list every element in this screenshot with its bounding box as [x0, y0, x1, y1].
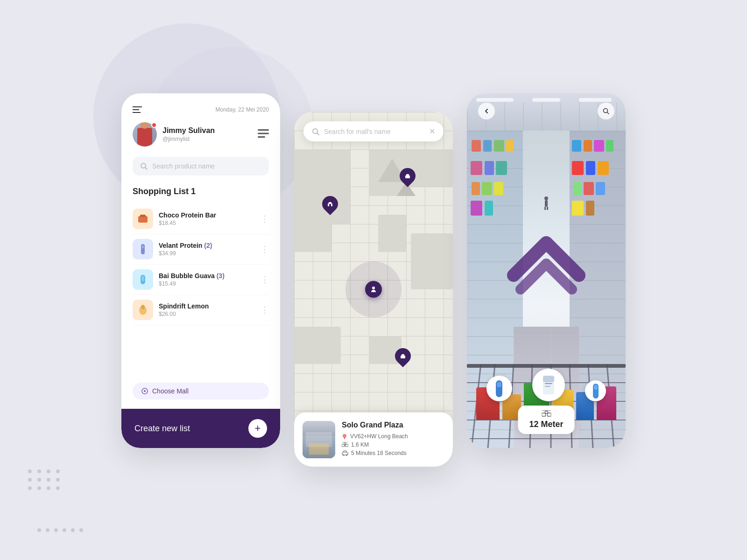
item-price-4: $26.00	[159, 311, 255, 317]
item-name-1: Choco Protein Bar	[159, 211, 255, 219]
shopping-list-title: Shopping List 1	[133, 187, 269, 196]
map-pin-1[interactable]	[322, 196, 338, 212]
date-display: Monday, 22 Mei 2020	[215, 106, 269, 113]
ar-back-button[interactable]	[478, 103, 495, 119]
product-bubble-center	[532, 369, 565, 401]
user-text: Jimmy Sulivan @jimmylist	[162, 126, 215, 142]
choose-mall-button[interactable]: Choose Mall	[133, 383, 269, 399]
back-arrow-icon	[484, 108, 489, 114]
hamburger-menu-icon[interactable]	[133, 106, 142, 113]
search-bar[interactable]: Search product name	[133, 157, 269, 175]
choose-mall-label: Choose Mall	[152, 387, 189, 395]
item-details-4: Spindrift Lemon $26.00	[159, 302, 255, 317]
car-icon	[342, 450, 348, 456]
svg-point-12	[141, 305, 145, 309]
map-search-placeholder: Search for mall's name	[324, 128, 424, 135]
cart-distance-icon	[542, 410, 551, 418]
svg-rect-53	[497, 382, 501, 387]
svg-rect-8	[142, 245, 144, 248]
person-silhouette	[543, 196, 549, 212]
clear-search-icon[interactable]: ✕	[429, 127, 435, 136]
svg-rect-18	[329, 202, 331, 204]
distance-icon	[342, 442, 348, 448]
svg-rect-30	[344, 443, 346, 445]
user-handle: @jimmylist	[162, 136, 215, 142]
expand-icon[interactable]	[258, 129, 269, 140]
svg-rect-23	[402, 354, 404, 356]
phone-1-header: Monday, 22 Mei 2020	[133, 106, 269, 113]
svg-line-16	[317, 133, 319, 135]
ar-search-icon	[603, 108, 609, 114]
mall-time: 5 Minutes 18 Seconds	[342, 450, 444, 456]
svg-point-33	[343, 455, 345, 456]
svg-rect-6	[140, 215, 146, 217]
product-bubble-left	[486, 376, 512, 401]
bg-dots-left	[28, 469, 61, 490]
item-price-1: $18.45	[159, 220, 255, 226]
search-input-placeholder: Search product name	[152, 162, 215, 170]
svg-point-35	[544, 196, 548, 200]
svg-rect-36	[545, 200, 548, 207]
item-details-3: Bai Bubble Guava (3) $15.49	[159, 272, 255, 287]
location-icon	[342, 434, 347, 439]
avatar	[133, 122, 157, 147]
item-details-1: Choco Protein Bar $18.45	[159, 211, 255, 226]
person-icon	[370, 286, 377, 293]
ar-search-button[interactable]	[598, 103, 614, 119]
map-pin-2[interactable]	[400, 168, 416, 184]
phone-2-map: Search for mall's name ✕	[294, 112, 453, 467]
svg-rect-19	[329, 204, 331, 206]
phone-1-shopping-list: Monday, 22 Mei 2020	[121, 93, 280, 448]
item-menu-icon-3[interactable]: ⋮	[261, 274, 269, 285]
list-item[interactable]: Choco Protein Bar $18.45 ⋮	[133, 204, 269, 234]
mall-address-text: VV62+HW Long Beach	[350, 433, 408, 440]
item-menu-icon-2[interactable]: ⋮	[261, 244, 269, 254]
item-price-3: $15.49	[159, 280, 255, 287]
phone-3-ar: 12 Meter	[467, 93, 626, 448]
item-details-2: Velant Protein (2) $34.99	[159, 242, 255, 257]
item-image-3	[133, 269, 153, 290]
svg-rect-59	[594, 385, 598, 390]
svg-rect-38	[547, 207, 548, 210]
mall-name: Solo Grand Plaza	[342, 421, 444, 429]
list-item[interactable]: Velant Protein (2) $34.99 ⋮	[133, 234, 269, 265]
item-menu-icon-1[interactable]: ⋮	[261, 214, 269, 224]
list-item[interactable]: Bai Bubble Guava (3) $15.49 ⋮	[133, 265, 269, 295]
item-image-2	[133, 239, 153, 259]
ar-top-controls	[467, 93, 626, 129]
mall-distance-text: 1.6 KM	[351, 441, 369, 448]
map-search-bar[interactable]: Search for mall's name ✕	[303, 121, 444, 141]
notification-dot	[151, 122, 157, 128]
svg-point-14	[144, 390, 146, 392]
add-list-button[interactable]: +	[248, 419, 267, 438]
item-name-2: Velant Protein (2)	[159, 242, 255, 249]
mall-info-card: Solo Grand Plaza VV62+HW Long Beach	[294, 413, 453, 467]
mall-address: VV62+HW Long Beach	[342, 433, 444, 440]
mall-info-text: Solo Grand Plaza VV62+HW Long Beach	[342, 421, 444, 458]
mall-thumbnail	[303, 421, 335, 458]
svg-point-34	[346, 455, 347, 456]
svg-line-65	[607, 112, 609, 114]
compass-icon	[141, 387, 148, 395]
product-bubble-right	[585, 380, 606, 401]
phones-container: Monday, 22 Mei 2020	[121, 93, 626, 467]
map-pin-3[interactable]	[395, 348, 411, 364]
svg-rect-37	[544, 207, 546, 210]
svg-rect-5	[138, 216, 148, 223]
map-search-icon	[312, 128, 319, 135]
svg-point-24	[372, 287, 375, 289]
item-image-4	[133, 300, 153, 320]
list-items: Choco Protein Bar $18.45 ⋮ Velant Protei…	[133, 204, 269, 373]
svg-rect-32	[342, 452, 348, 455]
item-image-1	[133, 209, 153, 229]
svg-rect-2	[258, 136, 265, 138]
phone-1-footer: Create new list +	[121, 409, 280, 448]
list-item[interactable]: Spindrift Lemon $26.00 ⋮	[133, 295, 269, 325]
svg-rect-62	[545, 411, 548, 413]
distance-value: 12 Meter	[529, 420, 563, 429]
user-name: Jimmy Sulivan	[162, 126, 215, 135]
item-name-3: Bai Bubble Guava (3)	[159, 272, 255, 280]
create-list-label: Create new list	[134, 424, 190, 434]
item-menu-icon-4[interactable]: ⋮	[261, 305, 269, 315]
mall-distance: 1.6 KM	[342, 441, 444, 448]
